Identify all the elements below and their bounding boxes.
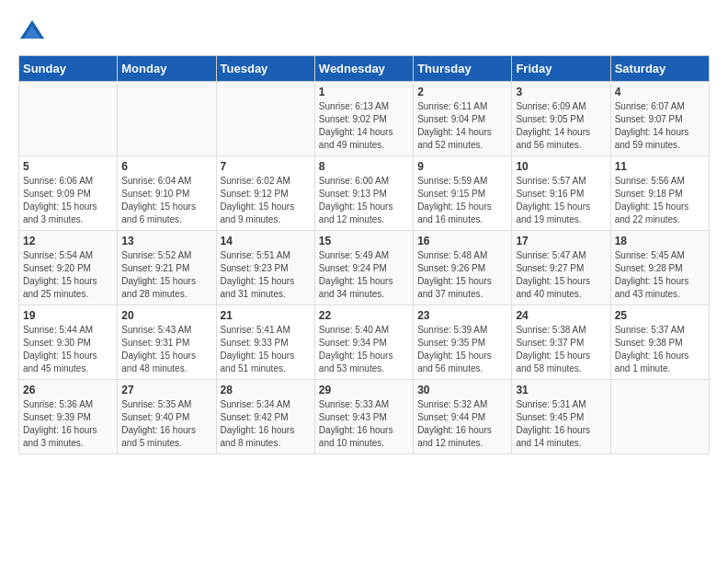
logo-icon bbox=[18, 18, 46, 46]
day-number: 2 bbox=[417, 86, 507, 98]
calendar-cell: 13Sunrise: 5:52 AM Sunset: 9:21 PM Dayli… bbox=[118, 231, 216, 305]
day-number: 16 bbox=[417, 235, 507, 247]
calendar-cell: 17Sunrise: 5:47 AM Sunset: 9:27 PM Dayli… bbox=[512, 231, 610, 305]
day-number: 24 bbox=[516, 309, 606, 322]
day-number: 29 bbox=[319, 384, 409, 396]
calendar-cell: 16Sunrise: 5:48 AM Sunset: 9:26 PM Dayli… bbox=[414, 231, 512, 305]
day-number: 27 bbox=[121, 384, 211, 396]
day-info: Sunrise: 6:00 AM Sunset: 9:13 PM Dayligh… bbox=[319, 175, 409, 226]
day-info: Sunrise: 5:52 AM Sunset: 9:21 PM Dayligh… bbox=[121, 249, 211, 301]
day-number: 8 bbox=[319, 160, 409, 173]
day-number: 25 bbox=[615, 309, 705, 322]
day-number: 31 bbox=[516, 384, 606, 396]
calendar-table: SundayMondayTuesdayWednesdayThursdayFrid… bbox=[18, 55, 710, 454]
day-number: 30 bbox=[417, 384, 507, 396]
day-info: Sunrise: 6:11 AM Sunset: 9:04 PM Dayligh… bbox=[417, 100, 507, 152]
day-number: 10 bbox=[516, 160, 606, 173]
calendar-cell: 24Sunrise: 5:38 AM Sunset: 9:37 PM Dayli… bbox=[512, 305, 610, 380]
day-info: Sunrise: 5:36 AM Sunset: 9:39 PM Dayligh… bbox=[23, 398, 113, 450]
calendar-cell bbox=[216, 82, 314, 156]
day-info: Sunrise: 5:49 AM Sunset: 9:24 PM Dayligh… bbox=[319, 249, 409, 301]
day-number: 5 bbox=[23, 160, 113, 173]
day-info: Sunrise: 5:57 AM Sunset: 9:16 PM Dayligh… bbox=[516, 175, 606, 226]
weekday-header-thursday: Thursday bbox=[414, 56, 512, 82]
calendar-cell bbox=[19, 82, 118, 156]
logo bbox=[18, 18, 50, 46]
day-info: Sunrise: 5:40 AM Sunset: 9:34 PM Dayligh… bbox=[319, 324, 409, 375]
day-info: Sunrise: 5:51 AM Sunset: 9:23 PM Dayligh… bbox=[221, 249, 311, 301]
weekday-header-monday: Monday bbox=[118, 56, 216, 82]
calendar-cell: 20Sunrise: 5:43 AM Sunset: 9:31 PM Dayli… bbox=[118, 305, 216, 380]
calendar-cell: 28Sunrise: 5:34 AM Sunset: 9:42 PM Dayli… bbox=[216, 380, 314, 454]
day-info: Sunrise: 5:37 AM Sunset: 9:38 PM Dayligh… bbox=[615, 324, 705, 375]
weekday-header-friday: Friday bbox=[512, 56, 610, 82]
day-info: Sunrise: 5:45 AM Sunset: 9:28 PM Dayligh… bbox=[615, 249, 705, 301]
day-number: 18 bbox=[615, 235, 705, 247]
calendar-cell: 4Sunrise: 6:07 AM Sunset: 9:07 PM Daylig… bbox=[610, 82, 709, 156]
day-info: Sunrise: 5:33 AM Sunset: 9:43 PM Dayligh… bbox=[319, 398, 409, 450]
day-info: Sunrise: 5:44 AM Sunset: 9:30 PM Dayligh… bbox=[23, 324, 113, 375]
calendar-cell: 27Sunrise: 5:35 AM Sunset: 9:40 PM Dayli… bbox=[118, 380, 216, 454]
calendar-week-4: 19Sunrise: 5:44 AM Sunset: 9:30 PM Dayli… bbox=[19, 305, 710, 380]
day-number: 23 bbox=[417, 309, 507, 322]
day-number: 21 bbox=[221, 309, 311, 322]
calendar-cell: 31Sunrise: 5:31 AM Sunset: 9:45 PM Dayli… bbox=[512, 380, 610, 454]
calendar-cell: 11Sunrise: 5:56 AM Sunset: 9:18 PM Dayli… bbox=[610, 156, 709, 231]
day-info: Sunrise: 5:34 AM Sunset: 9:42 PM Dayligh… bbox=[221, 398, 311, 450]
day-info: Sunrise: 5:43 AM Sunset: 9:31 PM Dayligh… bbox=[121, 324, 211, 375]
calendar-cell: 30Sunrise: 5:32 AM Sunset: 9:44 PM Dayli… bbox=[414, 380, 512, 454]
calendar-cell: 18Sunrise: 5:45 AM Sunset: 9:28 PM Dayli… bbox=[610, 231, 709, 305]
weekday-header-sunday: Sunday bbox=[19, 56, 118, 82]
day-info: Sunrise: 6:06 AM Sunset: 9:09 PM Dayligh… bbox=[23, 175, 113, 226]
calendar-cell: 26Sunrise: 5:36 AM Sunset: 9:39 PM Dayli… bbox=[19, 380, 118, 454]
calendar-cell: 8Sunrise: 6:00 AM Sunset: 9:13 PM Daylig… bbox=[314, 156, 413, 231]
calendar-cell: 25Sunrise: 5:37 AM Sunset: 9:38 PM Dayli… bbox=[610, 305, 709, 380]
calendar-cell: 22Sunrise: 5:40 AM Sunset: 9:34 PM Dayli… bbox=[314, 305, 413, 380]
day-number: 12 bbox=[23, 235, 113, 247]
day-info: Sunrise: 6:04 AM Sunset: 9:10 PM Dayligh… bbox=[121, 175, 211, 226]
weekday-header-row: SundayMondayTuesdayWednesdayThursdayFrid… bbox=[19, 56, 710, 82]
day-number: 1 bbox=[319, 86, 409, 98]
calendar-cell: 23Sunrise: 5:39 AM Sunset: 9:35 PM Dayli… bbox=[414, 305, 512, 380]
day-number: 15 bbox=[319, 235, 409, 247]
day-info: Sunrise: 5:54 AM Sunset: 9:20 PM Dayligh… bbox=[23, 249, 113, 301]
calendar-cell bbox=[610, 380, 709, 454]
day-info: Sunrise: 5:39 AM Sunset: 9:35 PM Dayligh… bbox=[417, 324, 507, 375]
day-number: 17 bbox=[516, 235, 606, 247]
day-info: Sunrise: 5:38 AM Sunset: 9:37 PM Dayligh… bbox=[516, 324, 606, 375]
day-number: 26 bbox=[23, 384, 113, 396]
day-info: Sunrise: 6:07 AM Sunset: 9:07 PM Dayligh… bbox=[615, 100, 705, 152]
calendar-cell: 9Sunrise: 5:59 AM Sunset: 9:15 PM Daylig… bbox=[414, 156, 512, 231]
day-number: 19 bbox=[23, 309, 113, 322]
calendar-week-2: 5Sunrise: 6:06 AM Sunset: 9:09 PM Daylig… bbox=[19, 156, 710, 231]
weekday-header-tuesday: Tuesday bbox=[216, 56, 314, 82]
calendar-body: 1Sunrise: 6:13 AM Sunset: 9:02 PM Daylig… bbox=[19, 82, 710, 454]
day-number: 7 bbox=[221, 160, 311, 173]
day-number: 3 bbox=[516, 86, 606, 98]
day-number: 28 bbox=[221, 384, 311, 396]
day-info: Sunrise: 6:02 AM Sunset: 9:12 PM Dayligh… bbox=[221, 175, 311, 226]
day-number: 14 bbox=[221, 235, 311, 247]
calendar-cell: 6Sunrise: 6:04 AM Sunset: 9:10 PM Daylig… bbox=[118, 156, 216, 231]
weekday-header-saturday: Saturday bbox=[610, 56, 709, 82]
day-number: 22 bbox=[319, 309, 409, 322]
day-info: Sunrise: 5:47 AM Sunset: 9:27 PM Dayligh… bbox=[516, 249, 606, 301]
calendar-week-5: 26Sunrise: 5:36 AM Sunset: 9:39 PM Dayli… bbox=[19, 380, 710, 454]
calendar-cell: 14Sunrise: 5:51 AM Sunset: 9:23 PM Dayli… bbox=[216, 231, 314, 305]
day-info: Sunrise: 5:56 AM Sunset: 9:18 PM Dayligh… bbox=[615, 175, 705, 226]
day-number: 9 bbox=[417, 160, 507, 173]
day-info: Sunrise: 5:32 AM Sunset: 9:44 PM Dayligh… bbox=[417, 398, 507, 450]
calendar-cell: 1Sunrise: 6:13 AM Sunset: 9:02 PM Daylig… bbox=[314, 82, 413, 156]
calendar-cell: 5Sunrise: 6:06 AM Sunset: 9:09 PM Daylig… bbox=[19, 156, 118, 231]
day-info: Sunrise: 5:41 AM Sunset: 9:33 PM Dayligh… bbox=[221, 324, 311, 375]
calendar-cell: 3Sunrise: 6:09 AM Sunset: 9:05 PM Daylig… bbox=[512, 82, 610, 156]
day-number: 13 bbox=[121, 235, 211, 247]
day-number: 6 bbox=[121, 160, 211, 173]
calendar-header: SundayMondayTuesdayWednesdayThursdayFrid… bbox=[19, 56, 710, 82]
calendar-cell: 12Sunrise: 5:54 AM Sunset: 9:20 PM Dayli… bbox=[19, 231, 118, 305]
calendar-week-3: 12Sunrise: 5:54 AM Sunset: 9:20 PM Dayli… bbox=[19, 231, 710, 305]
day-info: Sunrise: 5:59 AM Sunset: 9:15 PM Dayligh… bbox=[417, 175, 507, 226]
calendar-cell: 7Sunrise: 6:02 AM Sunset: 9:12 PM Daylig… bbox=[216, 156, 314, 231]
day-info: Sunrise: 6:09 AM Sunset: 9:05 PM Dayligh… bbox=[516, 100, 606, 152]
day-info: Sunrise: 6:13 AM Sunset: 9:02 PM Dayligh… bbox=[319, 100, 409, 152]
